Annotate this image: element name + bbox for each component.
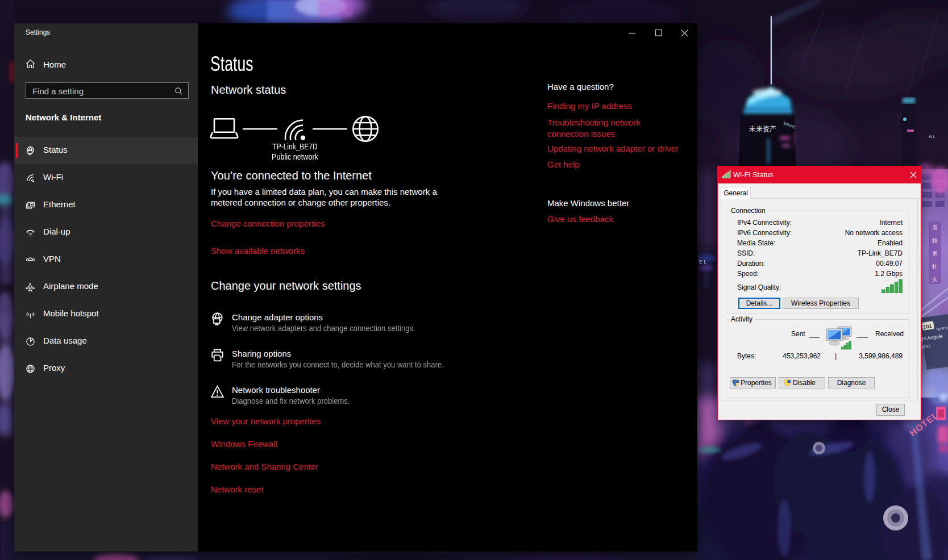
svg-text:看: 看	[932, 224, 938, 231]
svg-text:格: 格	[932, 237, 938, 244]
svg-text:杜: 杜	[932, 264, 938, 270]
svg-text:A L: A L	[929, 134, 935, 139]
svg-text:女: 女	[932, 276, 938, 282]
svg-text:E L: E L	[699, 259, 707, 265]
svg-text:未来资产: 未来资产	[749, 125, 776, 133]
svg-text:里: 里	[932, 250, 938, 257]
svg-text:101: 101	[923, 323, 932, 330]
